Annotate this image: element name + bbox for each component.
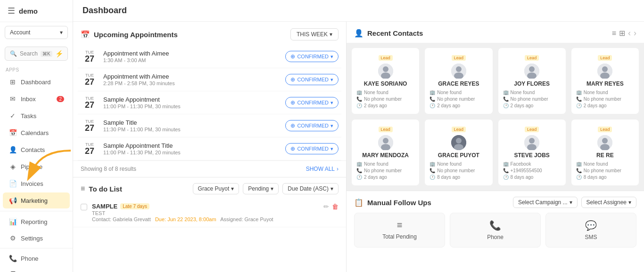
todo-title: To do List bbox=[89, 185, 189, 193]
contact-address-text: None found bbox=[364, 90, 388, 95]
logo-text: demo bbox=[19, 7, 38, 15]
sidebar-item-pipeline[interactable]: ◈ Pipeline bbox=[3, 159, 70, 175]
svg-point-10 bbox=[602, 66, 608, 72]
pipeline-icon: ◈ bbox=[8, 162, 17, 171]
show-all-button[interactable]: SHOW ALL › bbox=[306, 166, 339, 172]
phone-icon: 📞 bbox=[503, 96, 509, 102]
contact-card[interactable]: Lead MARY REYES 🏢 None found 📞 No phone … bbox=[571, 48, 639, 114]
lead-badge: Lead bbox=[598, 127, 612, 132]
marketing-icon: 📢 bbox=[8, 196, 17, 205]
sidebar-item-label: Reporting bbox=[21, 218, 47, 225]
contact-time-text: 2 days ago bbox=[364, 175, 387, 180]
follow-card-total_pending[interactable]: ≡ Total Pending bbox=[354, 213, 445, 248]
prev-contacts-button[interactable]: ‹ bbox=[628, 28, 631, 38]
contact-card[interactable]: Lead MARY MENDOZA 🏢 None found 📞 No phon… bbox=[351, 119, 420, 186]
account-selector[interactable]: Account ▾ bbox=[5, 26, 68, 39]
late-badge: Late 7 days bbox=[120, 203, 149, 209]
assignee-filter-button[interactable]: Grace Puyot ▾ bbox=[193, 183, 239, 194]
contact-address: 🏢 None found bbox=[429, 161, 487, 167]
follow-ups-icon: 📋 bbox=[354, 198, 363, 207]
search-shortcut: ⌘K bbox=[41, 51, 52, 57]
contact-phone-text: No phone number bbox=[364, 168, 402, 173]
sidebar-item-phone[interactable]: 📞 Phone bbox=[3, 250, 70, 266]
contact-address-text: None found bbox=[584, 90, 608, 95]
avatar bbox=[451, 135, 466, 150]
right-panel-inner: 👤 Recent Contacts ≡ ⊞ ‹ › Lead KAYE SORI… bbox=[347, 22, 644, 253]
follow-ups-header: 📋 Manual Follow Ups Select Campaign ... … bbox=[354, 197, 636, 208]
appt-title: Appointment with Aimee bbox=[103, 50, 281, 57]
clock-icon: 🕐 bbox=[576, 175, 582, 180]
grid-view-button[interactable]: ⊞ bbox=[619, 29, 625, 38]
appt-num: 27 bbox=[81, 78, 99, 86]
lead-badge: Lead bbox=[598, 55, 612, 61]
sidebar-item-label: Contacts bbox=[21, 146, 45, 153]
contact-time: 🕐 8 days ago bbox=[429, 175, 487, 180]
building-icon: 🏢 bbox=[356, 161, 362, 167]
left-panel: 📅 Upcoming Appointments THIS WEEK ▾ TUE … bbox=[73, 22, 347, 272]
select-campaign-button[interactable]: Select Campaign ... ▾ bbox=[513, 197, 578, 208]
confirmed-button[interactable]: ⊕ CONFIRMED ▾ bbox=[285, 120, 339, 131]
appt-time: 11:30 PM - 11:00 PM, 30 minutes bbox=[103, 127, 281, 132]
contact-phone-text: +19495554500 bbox=[511, 168, 542, 173]
contact-card[interactable]: Lead STEVE JOBS 🏢 Facebook 📞 +1949555450… bbox=[498, 119, 566, 186]
contact-name: KAYE SORIANO bbox=[356, 80, 414, 87]
contact-card[interactable]: Lead RE RE 🏢 None found 📞 No phone numbe… bbox=[571, 119, 639, 186]
follow-card-sms[interactable]: 💬 SMS bbox=[545, 213, 636, 248]
todo-edit-button[interactable]: ✏ bbox=[323, 203, 329, 210]
select-assignee-button[interactable]: Select Assignee ▾ bbox=[581, 197, 636, 208]
contact-card[interactable]: Lead GRACE REYES 🏢 None found 📞 No phone… bbox=[424, 48, 493, 114]
todo-delete-button[interactable]: 🗑 bbox=[332, 203, 339, 210]
sidebar-item-calendars[interactable]: 📅 Calendars bbox=[3, 125, 70, 141]
next-contacts-button[interactable]: › bbox=[634, 28, 636, 38]
sidebar-item-dashboard[interactable]: ⊞ Dashboard bbox=[3, 74, 70, 90]
inbox-icon: ✉ bbox=[8, 95, 17, 103]
sort-filter-button[interactable]: Due Date (ASC) ▾ bbox=[282, 183, 339, 194]
contact-address: 🏢 None found bbox=[503, 90, 561, 95]
svg-point-16 bbox=[456, 138, 462, 144]
sidebar-bottom: 📊 Reporting ⚙ Settings 📞 Phone 💬 Support… bbox=[0, 213, 73, 272]
main-header: Dashboard bbox=[73, 0, 644, 22]
sidebar-item-label: Settings bbox=[21, 235, 43, 242]
clock-icon: 🕐 bbox=[576, 103, 582, 108]
confirmed-button[interactable]: ⊕ CONFIRMED ▾ bbox=[285, 97, 339, 108]
sidebar-item-contacts[interactable]: 👤 Contacts bbox=[3, 142, 70, 158]
sidebar-item-settings[interactable]: ⚙ Settings bbox=[3, 230, 70, 246]
contact-card[interactable]: Lead JOY FLORES 🏢 None found 📞 No phone … bbox=[498, 48, 566, 114]
appt-time: 1:30 AM - 3:00 AM bbox=[103, 57, 281, 63]
sidebar-item-label: Tasks bbox=[21, 112, 36, 120]
sidebar-item-support[interactable]: 💬 Support bbox=[3, 267, 70, 272]
confirmed-button[interactable]: ⊕ CONFIRMED ▾ bbox=[285, 143, 339, 154]
appt-info: Sample Appointment Title 11:00 PM - 11:3… bbox=[103, 142, 281, 155]
contact-card[interactable]: Lead GRACE PUYOT 🏢 None found 📞 No phone… bbox=[424, 119, 493, 186]
contact-phone: 📞 +19495554500 bbox=[503, 168, 561, 173]
sidebar-item-marketing[interactable]: 📢 Marketing bbox=[3, 192, 70, 208]
sidebar-toggle-button[interactable]: ☰ bbox=[8, 6, 15, 16]
search-bar[interactable]: 🔍 Search ⌘K ⚡ bbox=[5, 47, 68, 61]
chevron-down-icon: ▾ bbox=[271, 185, 273, 192]
appt-title: Appointment with Aimee bbox=[103, 73, 281, 80]
contacts-section-icon: 👤 bbox=[354, 29, 363, 38]
sidebar-item-reporting[interactable]: 📊 Reporting bbox=[3, 214, 70, 230]
confirmed-button[interactable]: ⊕ CONFIRMED ▾ bbox=[285, 74, 339, 85]
confirmed-label: CONFIRMED bbox=[297, 77, 329, 82]
sidebar-item-invoices[interactable]: 📄 Invoices bbox=[3, 176, 70, 192]
contacts-grid: Lead KAYE SORIANO 🏢 None found 📞 No phon… bbox=[347, 43, 644, 191]
sidebar-item-tasks[interactable]: ✓ Tasks bbox=[3, 108, 70, 124]
appt-time: 11:00 PM - 11:30 PM, 20 minutes bbox=[103, 150, 281, 155]
contact-name: MARY REYES bbox=[576, 80, 634, 87]
list-view-button[interactable]: ≡ bbox=[612, 29, 616, 38]
contact-address-text: Facebook bbox=[511, 161, 531, 167]
todo-checkbox[interactable] bbox=[81, 204, 87, 210]
chevron-down-icon: ▾ bbox=[330, 77, 333, 83]
this-week-button[interactable]: THIS WEEK ▾ bbox=[290, 28, 339, 40]
sidebar-item-inbox[interactable]: ✉ Inbox 2 bbox=[3, 91, 70, 107]
search-icon: 🔍 bbox=[10, 50, 17, 57]
follow-card-phone[interactable]: 📞 Phone bbox=[450, 213, 541, 248]
confirmed-button[interactable]: ⊕ CONFIRMED ▾ bbox=[285, 51, 339, 62]
status-filter-button[interactable]: Pending ▾ bbox=[243, 183, 279, 194]
chevron-right-icon: › bbox=[337, 166, 339, 172]
contact-card[interactable]: Lead KAYE SORIANO 🏢 None found 📞 No phon… bbox=[351, 48, 420, 114]
contact-time-text: 2 days ago bbox=[437, 103, 460, 108]
chevron-down-icon: ▾ bbox=[330, 31, 332, 38]
sidebar-phone-label: Phone bbox=[21, 255, 39, 262]
